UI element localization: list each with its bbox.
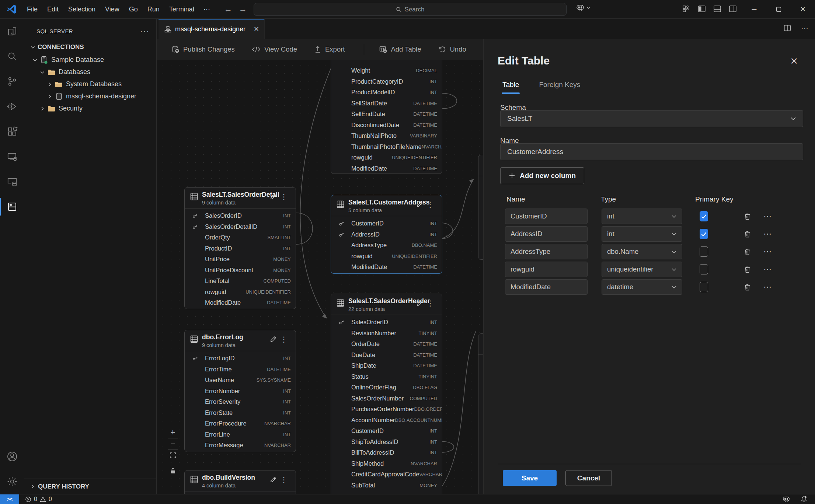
delete-column-icon[interactable]: [742, 279, 753, 295]
export-button[interactable]: Export: [314, 45, 345, 53]
menu-terminal[interactable]: Terminal: [164, 3, 199, 15]
edit-table-pencil-icon[interactable]: [270, 193, 276, 200]
column-more-options-icon[interactable]: ⋯: [762, 262, 773, 277]
command-center-search[interactable]: Search: [254, 3, 567, 16]
menu-go[interactable]: Go: [124, 3, 143, 15]
primary-key-checkbox[interactable]: [700, 264, 708, 274]
table-card-menu-icon[interactable]: ⋮: [280, 475, 288, 484]
tree-item-mssql-schema-designer[interactable]: mssql-schema-designer: [24, 90, 156, 102]
delete-column-icon[interactable]: [742, 226, 753, 242]
table-card-product-partial[interactable]: WeightDECIMALProductCategoryIDINTProduct…: [331, 60, 442, 174]
publish-changes-button[interactable]: Publish Changes: [171, 45, 235, 53]
table-card-error-log[interactable]: dbo.ErrorLog9 column data⋮ErrorLogIDINTE…: [184, 330, 296, 452]
accounts-icon[interactable]: [0, 444, 24, 469]
delete-column-icon[interactable]: [742, 262, 753, 277]
column-type-select[interactable]: dbo.Name: [602, 244, 682, 259]
sidebar-more-actions-button[interactable]: ···: [140, 27, 150, 35]
copilot-menu-button[interactable]: [576, 4, 591, 12]
column-name-input[interactable]: AddressID: [505, 226, 588, 242]
primary-key-checkbox[interactable]: [700, 282, 708, 292]
copilot-status-icon[interactable]: [782, 496, 791, 503]
add-table-button[interactable]: Add Table: [379, 45, 421, 53]
remote-indicator[interactable]: ><: [0, 494, 19, 504]
problems-status[interactable]: 0 0: [25, 496, 52, 503]
table-card-customer-address[interactable]: SalesLT.CustomerAddress5 column data⋮Cus…: [331, 195, 442, 274]
column-more-options-icon[interactable]: ⋯: [762, 226, 773, 242]
edit-table-pencil-icon[interactable]: [270, 336, 276, 343]
column-type-select[interactable]: datetime: [602, 279, 682, 295]
run-debug-icon[interactable]: [0, 94, 24, 119]
column-more-options-icon[interactable]: ⋯: [762, 279, 773, 295]
zoom-out-button[interactable]: −: [168, 438, 178, 449]
menu-selection[interactable]: Selection: [63, 3, 100, 15]
menu-edit[interactable]: Edit: [42, 3, 63, 15]
tab-table[interactable]: Table: [500, 78, 521, 94]
primary-key-checkbox[interactable]: [700, 229, 708, 239]
table-card-fragment-2[interactable]: [478, 333, 483, 494]
tree-item-security[interactable]: Security: [24, 102, 156, 115]
view-code-button[interactable]: View Code: [252, 45, 297, 53]
column-more-options-icon[interactable]: ⋯: [762, 209, 773, 224]
split-editor-icon[interactable]: [783, 24, 791, 32]
table-card-sales-order-header[interactable]: SalesLT.SalesOrderHeader22 column data⋮S…: [331, 294, 442, 494]
menu-file[interactable]: File: [22, 3, 42, 15]
remote-explorer-icon[interactable]: [0, 144, 24, 169]
search-view-icon[interactable]: [0, 44, 24, 69]
toggle-secondary-sidebar-icon[interactable]: [728, 4, 737, 13]
toggle-primary-sidebar-icon[interactable]: [697, 4, 706, 13]
menu-overflow-button[interactable]: ···: [199, 3, 215, 15]
menu-run[interactable]: Run: [143, 3, 164, 15]
editor-more-actions-icon[interactable]: ···: [801, 24, 808, 32]
table-name-input[interactable]: [500, 143, 803, 160]
schema-designer-icon[interactable]: [0, 194, 24, 219]
primary-key-checkbox[interactable]: [700, 211, 708, 221]
undo-button[interactable]: Undo: [438, 45, 466, 53]
column-type-select[interactable]: uniqueidentifier: [602, 262, 682, 277]
add-new-column-button[interactable]: Add new column: [500, 167, 584, 184]
table-card-menu-icon[interactable]: ⋮: [426, 200, 434, 209]
explorer-icon[interactable]: [0, 19, 24, 44]
nav-forward-icon[interactable]: →: [239, 4, 247, 14]
settings-gear-icon[interactable]: [0, 469, 24, 494]
tab-close-icon[interactable]: ✕: [254, 25, 259, 33]
column-name-input[interactable]: ModifiedDate: [505, 279, 588, 295]
table-card-build-version[interactable]: dbo.BuildVersion4 column data⋮: [184, 470, 296, 494]
menu-view[interactable]: View: [100, 3, 124, 15]
table-card-menu-icon[interactable]: ⋮: [426, 299, 434, 308]
zoom-in-button[interactable]: +: [168, 427, 178, 438]
delete-column-icon[interactable]: [742, 209, 753, 224]
column-type-select[interactable]: int: [602, 226, 682, 242]
lock-toggle-button[interactable]: [168, 465, 178, 476]
query-history-section-header[interactable]: QUERY HISTORY: [24, 479, 156, 494]
table-card-fragment-1[interactable]: [478, 155, 483, 260]
edit-table-pencil-icon[interactable]: [416, 201, 423, 208]
schema-canvas[interactable]: WeightDECIMALProductCategoryIDINTProduct…: [157, 60, 483, 494]
delete-column-icon[interactable]: [742, 244, 753, 259]
tab-foreign-keys[interactable]: Foreign Keys: [537, 78, 582, 94]
column-name-input[interactable]: AddressType: [505, 244, 588, 259]
table-card-menu-icon[interactable]: ⋮: [280, 192, 288, 201]
customize-layout-icon[interactable]: [682, 4, 691, 13]
cancel-button[interactable]: Cancel: [565, 470, 612, 486]
column-name-input[interactable]: CustomerID: [505, 209, 588, 224]
column-more-options-icon[interactable]: ⋯: [762, 244, 773, 259]
edit-table-pencil-icon[interactable]: [416, 300, 423, 307]
primary-key-checkbox[interactable]: [700, 246, 708, 257]
minimize-button[interactable]: ─: [742, 0, 766, 18]
tree-item-databases[interactable]: Databases: [24, 66, 156, 78]
table-card-menu-icon[interactable]: ⋮: [280, 335, 288, 344]
close-window-button[interactable]: ✕: [791, 0, 815, 18]
sql-container-icon[interactable]: [0, 169, 24, 194]
maximize-button[interactable]: [766, 0, 791, 18]
column-type-select[interactable]: int: [602, 209, 682, 224]
edit-table-pencil-icon[interactable]: [270, 476, 276, 483]
tree-item-sample-database[interactable]: Sample Database: [24, 54, 156, 66]
fit-view-button[interactable]: [168, 450, 178, 461]
column-name-input[interactable]: rowguid: [505, 262, 588, 277]
extensions-icon[interactable]: [0, 119, 24, 144]
connections-section-header[interactable]: CONNECTIONS: [24, 41, 156, 53]
table-card-sales-order-detail[interactable]: SalesLT.SalesOrderDetail9 column data⋮Sa…: [184, 187, 296, 309]
nav-back-icon[interactable]: ←: [224, 4, 232, 14]
toggle-panel-icon[interactable]: [713, 4, 722, 13]
notifications-bell-icon[interactable]: [800, 496, 808, 503]
